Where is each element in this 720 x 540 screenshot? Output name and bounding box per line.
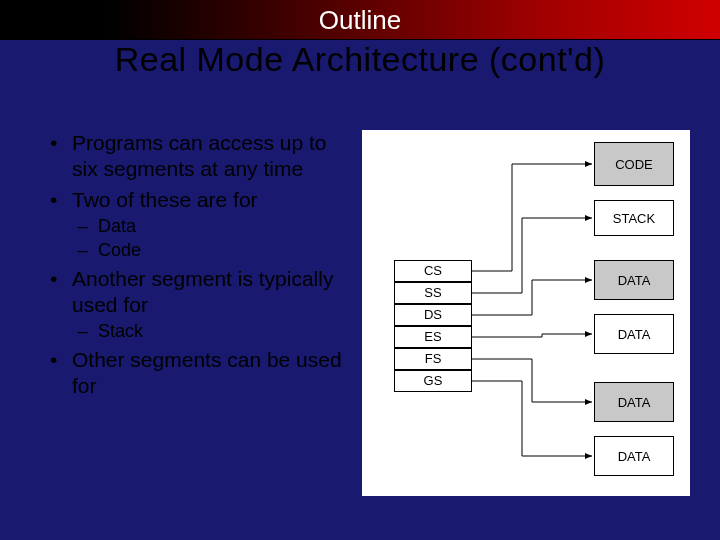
bullet-item: Two of these are for Data Code [50,187,350,262]
diagram-wires [362,130,690,496]
sub-bullet-item: Stack [72,320,350,343]
bullet-item: Another segment is typically used for St… [50,266,350,343]
bullet-text: Other segments can be used for [72,348,342,397]
sub-bullet-text: Code [98,240,141,260]
bullet-text: Two of these are for [72,188,258,211]
sub-bullet-text: Stack [98,321,143,341]
sub-bullet-item: Code [72,239,350,262]
bullet-text: Programs can access up to six segments a… [72,131,326,180]
sub-bullet-item: Data [72,215,350,238]
banner-title: Outline [319,5,401,35]
bullet-item: Programs can access up to six segments a… [50,130,350,183]
segment-diagram: CS SS DS ES FS GS CODE STACK DATA DATA D… [362,130,690,496]
bullet-item: Other segments can be used for [50,347,350,400]
bullet-content: Programs can access up to six segments a… [50,130,350,403]
sub-bullet-text: Data [98,216,136,236]
bullet-text: Another segment is typically used for [72,267,333,316]
slide-title: Real Mode Architecture (cont'd) [0,40,720,79]
title-banner: Outline [0,0,720,40]
